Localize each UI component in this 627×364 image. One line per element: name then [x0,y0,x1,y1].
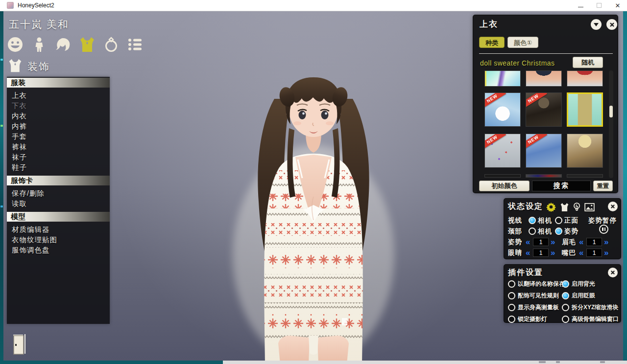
lightbulb-icon[interactable] [573,203,580,212]
pose-prev-button[interactable]: « [526,238,530,246]
checkbox[interactable] [562,304,569,311]
background-window-strip [223,361,627,364]
sidebar-item-load[interactable]: 读取 [7,199,110,209]
sidebar-item-save-delete[interactable]: 保存/删除 [7,188,110,199]
search-input[interactable]: 搜索 [532,181,591,191]
neck-label: 颈部 [508,227,522,236]
thumbnail-shark-hoodie[interactable]: NEW [484,92,521,127]
eyes-prev-button[interactable]: « [526,249,530,257]
brows-next-button[interactable]: » [604,238,608,246]
sidebar-item-bottom[interactable]: 下衣 [7,101,110,111]
sidebar-item-panties[interactable]: 内裤 [7,121,110,132]
mouth-next-button[interactable]: » [604,249,608,257]
thumbnail-scrollbar[interactable] [609,70,613,178]
eyeline-camera-radio[interactable] [529,217,536,224]
panel-close-button[interactable] [608,202,618,211]
checkbox[interactable] [562,292,569,299]
scrollbar-thumb[interactable] [609,106,613,117]
checkbox[interactable] [562,316,569,323]
panel-title: 状态设定 [508,202,543,212]
pause-icon [604,228,606,231]
body-icon[interactable] [30,35,48,53]
neck-camera-radio[interactable] [529,228,536,235]
thumbnail-gold-armor[interactable] [567,134,603,168]
minimize-icon [578,7,583,7]
sidebar-item-material-editor[interactable]: 材质编辑器 [7,225,110,235]
eyeline-label: 视线 [508,216,522,225]
eyes-value[interactable]: 1 [533,249,549,257]
selected-item-name: doll sweater Christmas [480,59,555,67]
option-enable-blink: 启用眨眼 [562,292,619,300]
menu-header-outfit-card: 服饰卡 [7,176,110,185]
neck-pose-radio[interactable] [555,228,562,235]
mouth-value[interactable]: 1 [586,249,602,257]
thumbnail-bikini-black[interactable] [526,70,562,87]
titlebar[interactable]: HoneySelect2 ✕ [0,0,627,11]
accessory-icon[interactable] [102,35,120,53]
brows-value[interactable]: 1 [586,238,602,246]
thumbnail-grid: NEW NEW NEW NEW [479,70,605,178]
sidebar-item-clothes-palette[interactable]: 服饰调色盘 [7,245,110,255]
thumbnail-dark-armor[interactable]: NEW [526,92,562,127]
face-icon[interactable] [6,35,24,53]
hair-icon[interactable] [54,35,72,53]
desktop-edge-left [0,11,3,361]
screen: HoneySelect2 ✕ 五十岚 美和 装饰 [0,0,627,364]
character-render [216,50,411,364]
option-save-translated-name: 以翻译的名称保存 [508,280,562,288]
thumbnail-blue-top[interactable]: NEW [526,134,562,168]
pause-button[interactable] [599,225,608,234]
sidebar-item-bra[interactable]: 内衣 [7,111,110,121]
initial-color-button[interactable]: 初始颜色 [479,181,530,191]
thumbnail-bikini-red[interactable] [567,70,603,87]
image-icon[interactable] [584,203,595,211]
sidebar-item-clothes-texture[interactable]: 衣物纹理贴图 [7,235,110,245]
thumbnail-dotted-dress[interactable]: NEW [484,134,521,168]
tab-color[interactable]: 颜色① [507,37,538,48]
eyes-next-button[interactable]: » [551,249,555,257]
panel-title: 插件设置 [508,268,543,278]
sidebar-item-top[interactable]: 上衣 [7,91,110,101]
tab-type[interactable]: 种类 [479,37,505,48]
checkbox[interactable] [508,292,515,299]
gear-icon[interactable] [546,202,556,212]
maximize-button[interactable] [590,0,608,11]
checkbox[interactable] [508,280,515,288]
thumbnail-partial[interactable] [526,174,562,178]
new-badge: NEW [484,92,506,109]
clothes-icon[interactable] [78,35,96,53]
panel-close-button[interactable] [608,268,618,277]
eyeline-front-radio[interactable] [555,217,562,224]
reset-button[interactable]: 重置 [593,181,613,191]
checkbox[interactable] [508,316,515,323]
sidebar-item-pantyhose[interactable]: 裤袜 [7,142,110,152]
brows-prev-button[interactable]: « [579,238,583,246]
sidebar-item-gloves[interactable]: 手套 [7,132,110,142]
clothing-state-icon[interactable] [560,203,569,212]
pose-value[interactable]: 1 [533,238,549,246]
option-show-height-board: 显示身高测量板 [508,303,562,312]
sidebar-item-socks[interactable]: 袜子 [7,152,110,162]
thumbnail-partial[interactable] [567,174,603,178]
minimize-button[interactable] [571,0,590,11]
menu-header-clothing: 服装 [7,78,110,88]
desktop-edge-right [623,11,627,361]
close-button[interactable]: ✕ [608,0,627,11]
pose-next-button[interactable]: » [551,238,555,246]
mouth-label: 嘴巴 [562,249,576,257]
collapse-button[interactable] [591,19,602,30]
checkbox[interactable] [562,280,569,288]
sidebar-item-shoes[interactable]: 鞋子 [7,162,110,173]
mouth-prev-button[interactable]: « [579,249,583,257]
thumbnail-doll-sweater-selected[interactable] [567,92,603,127]
random-button[interactable]: 随机 [573,57,603,68]
thumbnail-rainbow-cape[interactable] [484,70,521,87]
checkbox[interactable] [508,304,515,311]
close-icon [609,22,615,27]
door-icon[interactable] [12,334,26,356]
list-icon[interactable] [126,35,144,53]
deco-section: 装饰 [8,58,50,75]
panel-close-button[interactable] [606,19,617,30]
clothes-menu-panel: 服装 上衣 下衣 内衣 内裤 手套 裤袜 袜子 鞋子 服饰卡 保存/删除 读取 … [7,77,110,324]
thumbnail-partial[interactable] [484,174,521,178]
